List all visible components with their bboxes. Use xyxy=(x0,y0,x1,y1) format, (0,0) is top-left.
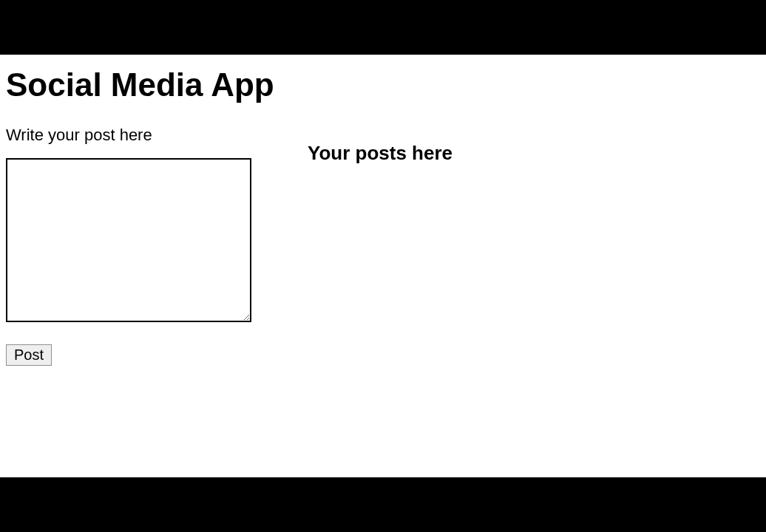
post-textarea[interactable] xyxy=(6,158,251,322)
layout-row: Write your post here Post Your posts her… xyxy=(6,118,760,366)
compose-prompt-label: Write your post here xyxy=(6,126,302,145)
compose-column: Write your post here Post xyxy=(6,118,302,366)
post-button[interactable]: Post xyxy=(6,344,52,366)
bottom-bar xyxy=(0,477,766,532)
feed-column: Your posts here xyxy=(302,118,760,165)
main-content: Social Media App Write your post here Po… xyxy=(0,66,766,366)
top-bar xyxy=(0,0,766,55)
page-title: Social Media App xyxy=(6,66,760,103)
feed-heading: Your posts here xyxy=(308,142,760,165)
